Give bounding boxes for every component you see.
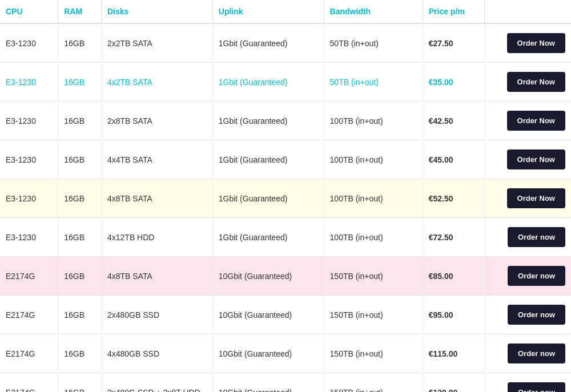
cell-action: Order now (484, 218, 571, 257)
cell-ram: 16GB (58, 63, 102, 102)
order-now-button[interactable]: Order now (508, 305, 565, 325)
col-header-price: Price p/m (423, 0, 484, 23)
cell-cpu: E2174G (0, 334, 58, 373)
cell-bandwidth: 150TB (in+out) (324, 373, 423, 393)
cell-disks: 2x480G SSD + 2x8T HDD (101, 373, 212, 393)
cell-cpu: E3-1230 (0, 63, 58, 102)
order-now-button[interactable]: Order Now (507, 72, 565, 92)
cell-bandwidth: 150TB (in+out) (324, 334, 423, 373)
cell-ram: 16GB (58, 334, 102, 373)
cell-action: Order now (484, 373, 571, 393)
cell-disks: 2x2TB SATA (101, 23, 212, 63)
cell-bandwidth: 50TB (in+out) (324, 63, 423, 102)
cell-bandwidth: 150TB (in+out) (324, 257, 423, 296)
cell-price: €52.50 (423, 179, 484, 218)
cell-price: €85.00 (423, 257, 484, 296)
order-now-button[interactable]: Order Now (507, 111, 565, 131)
col-header-disks: Disks (101, 0, 212, 23)
order-now-button[interactable]: Order Now (507, 33, 565, 53)
cell-cpu: E3-1230 (0, 23, 58, 63)
cell-disks: 4x480GB SSD (101, 334, 212, 373)
cell-price: €115.00 (423, 334, 484, 373)
table-row: E3-123016GB4x2TB SATA1Gbit (Guaranteed)5… (0, 63, 571, 102)
cell-bandwidth: 100TB (in+out) (324, 140, 423, 179)
table-header-row: CPU RAM Disks Uplink Bandwidth Price p/m (0, 0, 571, 23)
table-row: E2174G16GB4x8TB SATA10Gbit (Guaranteed)1… (0, 257, 571, 296)
cell-ram: 16GB (58, 218, 102, 257)
cell-cpu: E2174G (0, 296, 58, 334)
col-header-ram: RAM (58, 0, 102, 23)
col-header-action (484, 0, 571, 23)
cell-disks: 2x8TB SATA (101, 102, 212, 140)
cell-uplink: 10Gbit (Guaranteed) (212, 373, 324, 393)
cell-price: €42.50 (423, 102, 484, 140)
cell-price: €120.00 (423, 373, 484, 393)
cell-cpu: E3-1230 (0, 102, 58, 140)
cell-disks: 4x4TB SATA (101, 140, 212, 179)
order-now-button[interactable]: Order now (508, 382, 565, 392)
order-now-button[interactable]: Order now (508, 227, 565, 247)
cell-bandwidth: 150TB (in+out) (324, 296, 423, 334)
cell-action: Order now (484, 334, 571, 373)
cell-uplink: 10Gbit (Guaranteed) (212, 257, 324, 296)
cell-action: Order Now (484, 23, 571, 63)
table-row: E3-123016GB4x8TB SATA1Gbit (Guaranteed)1… (0, 179, 571, 218)
order-now-button[interactable]: Order now (508, 266, 565, 286)
cell-price: €45.00 (423, 140, 484, 179)
order-now-button[interactable]: Order Now (507, 188, 565, 208)
cell-cpu: E2174G (0, 373, 58, 393)
cell-bandwidth: 50TB (in+out) (324, 23, 423, 63)
cell-cpu: E3-1230 (0, 218, 58, 257)
cell-uplink: 1Gbit (Guaranteed) (212, 63, 324, 102)
cell-disks: 4x2TB SATA (101, 63, 212, 102)
cell-uplink: 1Gbit (Guaranteed) (212, 140, 324, 179)
table-row: E2174G16GB2x480GB SSD10Gbit (Guaranteed)… (0, 296, 571, 334)
table-row: E3-123016GB4x12TB HDD1Gbit (Guaranteed)1… (0, 218, 571, 257)
cell-bandwidth: 100TB (in+out) (324, 102, 423, 140)
cell-uplink: 1Gbit (Guaranteed) (212, 179, 324, 218)
cell-disks: 2x480GB SSD (101, 296, 212, 334)
cell-cpu: E3-1230 (0, 140, 58, 179)
table-row: E3-123016GB4x4TB SATA1Gbit (Guaranteed)1… (0, 140, 571, 179)
cell-ram: 16GB (58, 257, 102, 296)
cell-price: €35.00 (423, 63, 484, 102)
col-header-uplink: Uplink (212, 0, 324, 23)
cell-ram: 16GB (58, 140, 102, 179)
cell-cpu: E3-1230 (0, 179, 58, 218)
cell-ram: 16GB (58, 179, 102, 218)
cell-action: Order Now (484, 179, 571, 218)
cell-action: Order Now (484, 140, 571, 179)
cell-cpu: E2174G (0, 257, 58, 296)
cell-disks: 4x12TB HDD (101, 218, 212, 257)
cell-action: Order Now (484, 102, 571, 140)
cell-disks: 4x8TB SATA (101, 179, 212, 218)
cell-uplink: 1Gbit (Guaranteed) (212, 218, 324, 257)
order-now-button[interactable]: Order now (508, 343, 565, 363)
cell-price: €72.50 (423, 218, 484, 257)
cell-bandwidth: 100TB (in+out) (324, 179, 423, 218)
server-pricing-table: CPU RAM Disks Uplink Bandwidth Price p/m… (0, 0, 571, 392)
col-header-bandwidth: Bandwidth (324, 0, 423, 23)
cell-price: €95.00 (423, 296, 484, 334)
table-row: E3-123016GB2x8TB SATA1Gbit (Guaranteed)1… (0, 102, 571, 140)
cell-uplink: 10Gbit (Guaranteed) (212, 334, 324, 373)
col-header-cpu: CPU (0, 0, 58, 23)
cell-bandwidth: 100TB (in+out) (324, 218, 423, 257)
cell-ram: 16GB (58, 296, 102, 334)
table-row: E3-123016GB2x2TB SATA1Gbit (Guaranteed)5… (0, 23, 571, 63)
cell-action: Order now (484, 296, 571, 334)
order-now-button[interactable]: Order Now (507, 149, 565, 169)
cell-ram: 16GB (58, 373, 102, 393)
cell-disks: 4x8TB SATA (101, 257, 212, 296)
cell-uplink: 1Gbit (Guaranteed) (212, 102, 324, 140)
cell-action: Order now (484, 257, 571, 296)
cell-action: Order Now (484, 63, 571, 102)
cell-uplink: 1Gbit (Guaranteed) (212, 23, 324, 63)
cell-price: €27.50 (423, 23, 484, 63)
cell-ram: 16GB (58, 102, 102, 140)
cell-uplink: 10Gbit (Guaranteed) (212, 296, 324, 334)
table-row: E2174G16GB4x480GB SSD10Gbit (Guaranteed)… (0, 334, 571, 373)
cell-ram: 16GB (58, 23, 102, 63)
table-row: E2174G16GB2x480G SSD + 2x8T HDD10Gbit (G… (0, 373, 571, 393)
